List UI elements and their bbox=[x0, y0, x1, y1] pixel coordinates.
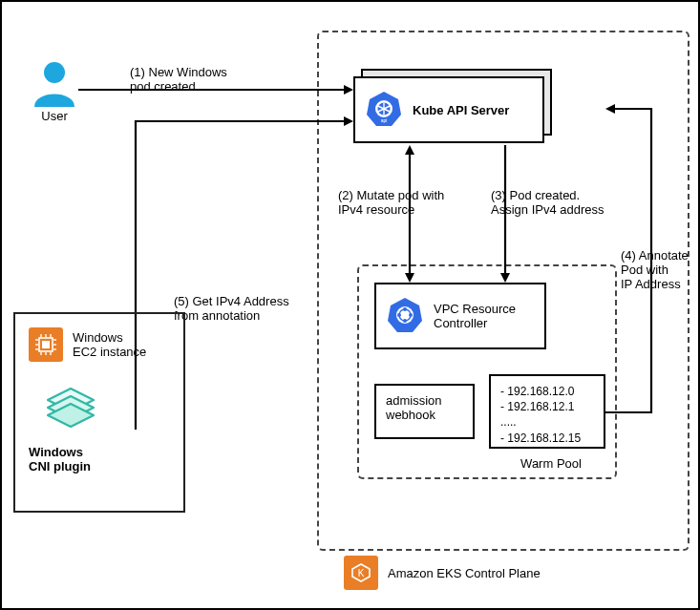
vpc-controller-label: VPC Resource Controller bbox=[434, 302, 516, 330]
cni-icon bbox=[46, 387, 170, 431]
kube-api-label: Kube API Server bbox=[413, 103, 509, 117]
svg-text:api: api bbox=[381, 117, 388, 123]
svg-marker-22 bbox=[605, 104, 615, 114]
warm-pool-item: - 192.168.12.1 bbox=[500, 399, 594, 414]
user-label: User bbox=[19, 109, 90, 123]
warm-pool-label: Warm Pool bbox=[508, 456, 594, 471]
warm-pool-box: - 192.168.12.0 - 192.168.12.1 ..... - 19… bbox=[489, 374, 605, 449]
vpc-resource-controller-box: VPC Resource Controller bbox=[374, 283, 546, 349]
warm-pool-item: - 192.168.12.15 bbox=[500, 431, 594, 446]
diagram-canvas: User api Kube API Server (1) New Windows… bbox=[0, 0, 700, 610]
svg-marker-10 bbox=[344, 116, 353, 126]
step1-label: (1) New Windows pod created bbox=[130, 65, 283, 94]
kubernetes-controller-icon bbox=[386, 296, 424, 337]
admission-webhook-label: admission webhook bbox=[386, 393, 442, 422]
ec2-header: Windows EC2 instance bbox=[29, 327, 170, 362]
svg-text:K: K bbox=[358, 568, 365, 578]
kube-api-server-box: api Kube API Server bbox=[353, 76, 544, 143]
user-icon bbox=[31, 61, 78, 110]
admission-webhook-box: admission webhook bbox=[374, 384, 475, 439]
warm-pool-item: - 192.168.12.0 bbox=[500, 384, 594, 399]
eks-footer: K Amazon EKS Control Plane bbox=[344, 556, 541, 590]
eks-icon: K bbox=[344, 556, 378, 590]
windows-ec2-instance-box: Windows EC2 instance Windows CNI plugin bbox=[13, 312, 185, 513]
step5-label: (5) Get IPv4 Address from annotation bbox=[174, 294, 317, 323]
svg-marker-15 bbox=[500, 273, 510, 283]
cni-label: Windows CNI plugin bbox=[29, 445, 170, 473]
kubernetes-api-icon: api bbox=[365, 90, 403, 131]
step2-label: (2) Mutate pod with IPv4 resource bbox=[338, 188, 481, 217]
svg-marker-13 bbox=[405, 273, 414, 283]
ec2-icon bbox=[29, 327, 63, 362]
svg-point-0 bbox=[44, 62, 65, 83]
svg-marker-9 bbox=[344, 85, 353, 95]
ec2-label: Windows EC2 instance bbox=[73, 330, 146, 359]
warm-pool-ellipsis: ..... bbox=[500, 414, 594, 430]
step4-label: (4) Annotate Pod with IP Address bbox=[621, 248, 697, 291]
eks-label: Amazon EKS Control Plane bbox=[388, 566, 541, 580]
svg-rect-24 bbox=[42, 341, 50, 348]
svg-marker-12 bbox=[405, 145, 414, 155]
